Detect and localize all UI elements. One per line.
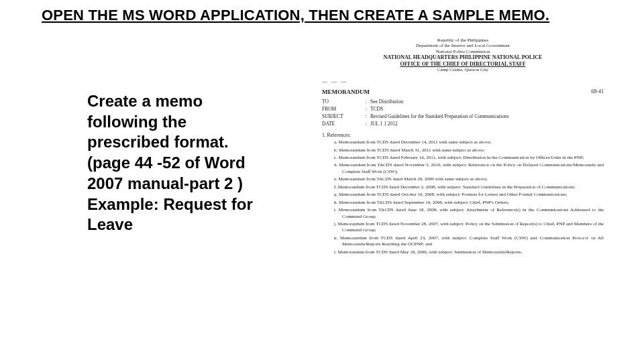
letterhead-line: Republic of the Philippines: [322, 38, 604, 43]
references-title: 1. References:: [322, 132, 604, 138]
field-value: See Distribution: [370, 99, 604, 105]
memo-letterhead: Republic of the Philippines Department o…: [322, 38, 604, 73]
field-colon: :: [362, 99, 370, 105]
reference-item: g. Memorandum from TCDS dated October 10…: [334, 192, 604, 198]
memo-title: MEMORANDUM: [322, 88, 370, 96]
field-label: TO: [322, 99, 362, 105]
field-colon: :: [362, 113, 370, 119]
reference-item: c. Memorandum from TCDS dated February 1…: [334, 155, 604, 161]
reference-item: f. Memorandum from TCDS dated December 2…: [334, 184, 604, 190]
reference-item: i. Memorandum from TACDS dated June 18, …: [334, 207, 604, 220]
letterhead-line-bold: NATIONAL HEADQUARTERS PHILIPPINE NATIONA…: [322, 54, 604, 61]
reference-item: k. Memorandum from TCDS dated April 23, …: [334, 235, 604, 248]
dash-marks: — — —: [322, 78, 347, 85]
memo-title-row: MEMORANDUM 68-41: [322, 88, 604, 96]
reference-item: l. Memorandum from TCDS dated May 18, 20…: [334, 249, 604, 255]
field-value: JUL 1 1 2012: [370, 121, 604, 127]
letterhead-line: Department of the Interior and Local Gov…: [322, 43, 604, 48]
field-value: TCDS: [370, 106, 604, 112]
field-label: SUBJECT: [322, 113, 362, 119]
memo-field-subject: SUBJECT : Revised Guidelines for the Sta…: [322, 113, 604, 119]
field-colon: :: [362, 106, 370, 112]
instruction-text: Create a memo following the prescribed f…: [87, 91, 255, 235]
memo-references: 1. References: a. Memorandum from TCDS d…: [322, 132, 604, 255]
slide: OPEN THE MS WORD APPLICATION, THEN CREAT…: [0, 0, 644, 362]
reference-item: d. Memorandum from TACDS dated November …: [334, 162, 604, 175]
references-list: a. Memorandum from TCDS dated December 1…: [322, 139, 604, 255]
memo-sample-document: Republic of the Philippines Department o…: [322, 38, 604, 346]
memo-fields: TO : See Distribution FROM : TCDS SUBJEC…: [322, 99, 604, 127]
reference-item: h. Memorandum from TACDS dated September…: [334, 200, 604, 206]
field-label: FROM: [322, 106, 362, 112]
letterhead-line: Camp Crame, Quezon City: [322, 67, 604, 72]
field-label: DATE: [322, 121, 362, 127]
field-value: Revised Guidelines for the Standard Prep…: [370, 113, 604, 119]
field-colon: :: [362, 121, 370, 127]
reference-item: b. Memorandum from TCDS dated March 31, …: [334, 147, 604, 154]
memo-field-to: TO : See Distribution: [322, 99, 604, 105]
letterhead-line: National Police Commission: [322, 49, 604, 54]
memo-dash-row: — — —: [322, 78, 604, 85]
letterhead-line-bold-underline: OFFICE OF THE CHIEF OF DIRECTORIAL STAFF: [322, 61, 604, 68]
reference-item: j. Memorandum from TCDS dated November 2…: [334, 221, 604, 234]
memo-field-from: FROM : TCDS: [322, 106, 604, 112]
memo-number: 68-41: [591, 88, 604, 96]
slide-heading: OPEN THE MS WORD APPLICATION, THEN CREAT…: [42, 7, 549, 24]
reference-item: a. Memorandum from TCDS dated December 1…: [334, 139, 604, 145]
memo-field-date: DATE : JUL 1 1 2012: [322, 121, 604, 127]
reference-item: e. Memorandum from TACDS dated March 29,…: [334, 176, 604, 182]
